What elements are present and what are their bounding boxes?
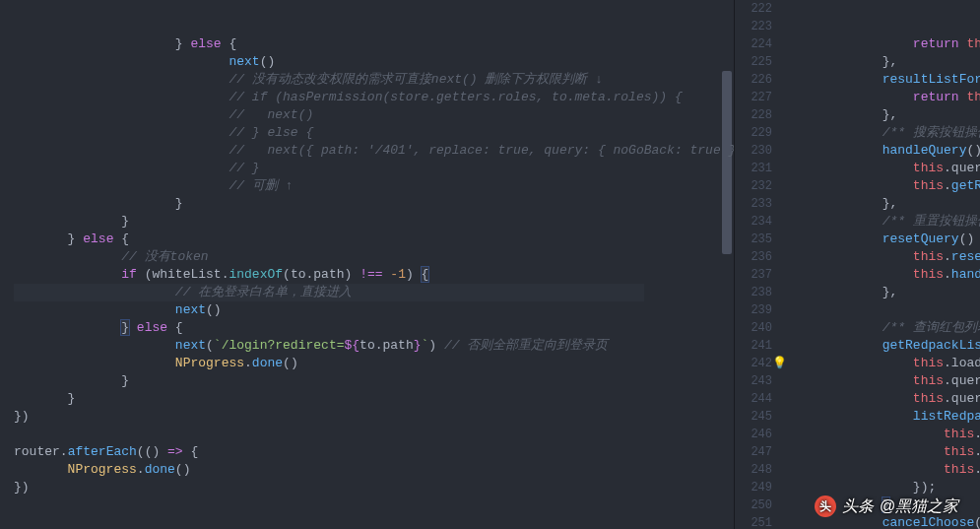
code-line[interactable]: resultListFormat(row,	[790, 71, 980, 89]
code-line[interactable]	[14, 426, 734, 443]
line-number: 247	[735, 443, 772, 461]
code-line[interactable]: },	[790, 284, 980, 301]
code-line[interactable]: // 没有动态改变权限的需求可直接next() 删除下方权限判断 ↓	[14, 71, 734, 89]
code-line[interactable]: next()	[14, 53, 734, 71]
line-number: 240	[735, 319, 772, 337]
code-line[interactable]: this.total = resp	[790, 443, 980, 461]
line-number: 241	[735, 337, 772, 355]
line-number-gutter: 2222232242252262272282292302312322332342…	[735, 0, 780, 529]
code-line[interactable]: getRedpackList() {	[790, 337, 980, 355]
line-number: 250	[735, 496, 772, 514]
line-number: 251	[735, 514, 772, 529]
line-number: 235	[735, 231, 772, 248]
code-line[interactable]: // 可删 ↑	[14, 177, 734, 195]
code-line[interactable]: }	[14, 195, 734, 213]
line-number: 238	[735, 284, 772, 301]
line-number: 230	[735, 142, 772, 160]
code-line[interactable]: this.handleQuery();	[790, 266, 980, 284]
code-line[interactable]: if (whiteList.indexOf(to.path) !== -1) {	[14, 266, 734, 284]
line-number: 225	[735, 53, 772, 71]
line-number: 245	[735, 408, 772, 426]
watermark: 头 头条 @黑猫之家	[815, 496, 958, 517]
code-line[interactable]: 💡 this.loadingRedpack	[790, 355, 980, 372]
code-line[interactable]: this.queryParams.pa	[790, 160, 980, 177]
line-number: 244	[735, 390, 772, 408]
code-line[interactable]: /** 查询红包列表 */	[790, 319, 980, 337]
code-line[interactable]: } else {	[14, 35, 734, 53]
code-line[interactable]: this.queryParams.op	[790, 372, 980, 390]
code-line[interactable]: } else {	[14, 319, 734, 337]
code-line[interactable]: this.resetForm("que	[790, 248, 980, 266]
code-line[interactable]	[790, 301, 980, 319]
lightbulb-icon[interactable]: 💡	[772, 355, 787, 372]
code-line[interactable]: }	[14, 390, 734, 408]
line-number: 233	[735, 195, 772, 213]
line-number: 223	[735, 18, 772, 35]
code-line[interactable]: // 没有token	[14, 248, 734, 266]
watermark-logo-icon: 头	[815, 496, 836, 517]
code-line[interactable]: // } else {	[14, 124, 734, 142]
code-line[interactable]: // next({ path: '/401', replace: true, q…	[14, 142, 734, 160]
line-number: 222	[735, 0, 772, 18]
code-line[interactable]: }	[14, 372, 734, 390]
code-line[interactable]: },	[790, 106, 980, 124]
line-number: 228	[735, 106, 772, 124]
editor-pane-left[interactable]: } else { next() // 没有动态改变权限的需求可直接next() …	[0, 0, 734, 529]
code-line[interactable]: // }	[14, 160, 734, 177]
code-line[interactable]: /** 搜索按钮操作 */	[790, 124, 980, 142]
code-line[interactable]: /** 重置按钮操作 */	[790, 213, 980, 231]
code-line[interactable]: // if (hasPermission(store.getters.roles…	[14, 89, 734, 106]
code-line[interactable]: NProgress.done()	[14, 355, 734, 372]
code-line[interactable]: resetQuery() {	[790, 231, 980, 248]
code-line[interactable]: this.getRedpackList	[790, 177, 980, 195]
watermark-handle: @黑猫之家	[880, 496, 958, 517]
code-line[interactable]: this.loadingRedpa	[790, 461, 980, 479]
line-number: 229	[735, 124, 772, 142]
code-line[interactable]: return this.resultL	[790, 89, 980, 106]
code-line[interactable]: handleQuery() {	[790, 142, 980, 160]
editor-pane-right[interactable]: 2222232242252262272282292302312322332342…	[734, 0, 980, 529]
code-line[interactable]: NProgress.done()	[14, 461, 734, 479]
code-line[interactable]: return this.statusL	[790, 35, 980, 53]
line-number: 224	[735, 35, 772, 53]
line-number: 239	[735, 301, 772, 319]
code-line[interactable]: // next()	[14, 106, 734, 124]
line-number: 231	[735, 160, 772, 177]
code-line[interactable]: // 在免登录白名单，直接进入	[14, 284, 734, 301]
line-number: 248	[735, 461, 772, 479]
left-gutter	[0, 0, 10, 529]
line-number: 242	[735, 355, 772, 372]
code-line[interactable]: });	[790, 479, 980, 496]
line-number: 232	[735, 177, 772, 195]
code-line[interactable]: },	[790, 53, 980, 71]
line-number: 226	[735, 71, 772, 89]
code-line[interactable]: this.redpackList	[790, 426, 980, 443]
line-number: 234	[735, 213, 772, 231]
line-number: 227	[735, 89, 772, 106]
code-area-left[interactable]: } else { next() // 没有动态改变权限的需求可直接next() …	[10, 0, 734, 529]
code-line[interactable]: router.afterEach(() => {	[14, 443, 734, 461]
line-number: 243	[735, 372, 772, 390]
line-number: 236	[735, 248, 772, 266]
code-line[interactable]: },	[790, 195, 980, 213]
watermark-prefix: 头条	[842, 496, 874, 517]
code-line[interactable]: }	[14, 213, 734, 231]
line-number: 237	[735, 266, 772, 284]
code-line[interactable]: })	[14, 479, 734, 496]
line-number: 246	[735, 426, 772, 443]
code-line[interactable]: next()	[14, 301, 734, 319]
code-line[interactable]: this.queryParams.bu	[790, 390, 980, 408]
code-line[interactable]: next(`/login?redirect=${to.path}`) // 否则…	[14, 337, 734, 355]
line-number: 249	[735, 479, 772, 496]
code-area-right[interactable]: return this.statusL }, resultListFormat(…	[780, 0, 980, 529]
code-line[interactable]: })	[14, 408, 734, 426]
code-line[interactable]: listRedpack(this.qu	[790, 408, 980, 426]
code-line[interactable]: } else {	[14, 231, 734, 248]
